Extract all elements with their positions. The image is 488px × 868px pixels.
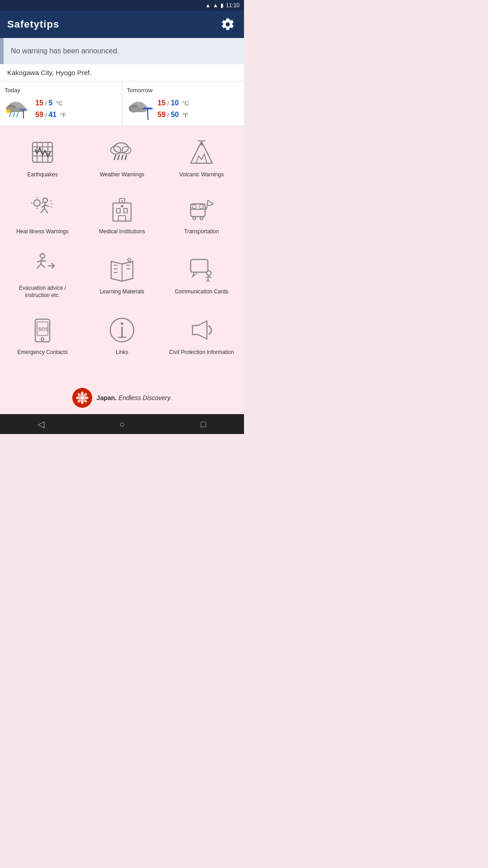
weather-today: Today xyxy=(0,81,122,126)
communication-label: Communication Cards xyxy=(175,288,229,296)
civil-protection-label: Civil Protection Information xyxy=(169,349,234,356)
tomorrow-label: Tomorrow xyxy=(127,87,240,94)
svg-point-33 xyxy=(34,200,40,206)
svg-line-29 xyxy=(122,155,123,160)
today-label: Today xyxy=(5,87,117,94)
back-icon: ◁ xyxy=(38,419,44,429)
japan-logo xyxy=(72,388,92,408)
svg-rect-15 xyxy=(131,108,144,112)
battery-icon: ▮ xyxy=(221,2,224,9)
app-logo: Safetytips xyxy=(7,19,59,30)
links-label: Links xyxy=(116,349,128,356)
svg-line-67 xyxy=(42,260,46,261)
grid-item-learning[interactable]: Learning Materials xyxy=(84,244,160,304)
today-unit-c: °C xyxy=(54,99,62,108)
today-weather-icon xyxy=(5,98,32,120)
today-temps: 15 / 5 °C 59 / 41 °F xyxy=(35,97,66,120)
weather-warnings-label: Weather Warnings xyxy=(100,171,145,179)
svg-line-28 xyxy=(118,155,119,160)
evacuation-icon xyxy=(28,251,57,280)
today-high-c: 15 xyxy=(35,97,43,109)
svg-point-25 xyxy=(111,146,121,154)
today-content: 15 / 5 °C 59 / 41 °F xyxy=(5,97,117,120)
svg-line-4 xyxy=(9,113,11,117)
learning-label: Learning Materials xyxy=(100,288,145,296)
svg-point-38 xyxy=(43,198,47,203)
grid-item-communication[interactable]: Communication Cards xyxy=(164,244,239,304)
svg-rect-57 xyxy=(192,205,196,208)
today-low-c: 5 xyxy=(48,97,52,109)
location-name: Kakogawa City, Hyogo Pref. xyxy=(7,69,91,76)
grid-item-emergency[interactable]: SOS Emergency Contacts xyxy=(5,308,80,362)
footer-tagline-text: Endless Discovery. xyxy=(118,394,172,401)
footer-tagline: Japan. Endless Discovery. xyxy=(97,394,172,401)
grid-item-transportation[interactable]: Transportation xyxy=(164,188,239,241)
warning-text: No warning has been announced. xyxy=(11,47,119,55)
evacuation-label: Evacuation advice / instruction etc. xyxy=(8,285,77,299)
earthquakes-icon xyxy=(28,138,57,167)
svg-rect-58 xyxy=(200,205,203,208)
svg-point-81 xyxy=(41,338,44,340)
status-bar: ▲ ▲ ▮ 11:10 xyxy=(0,0,244,11)
tomorrow-low-f: 50 xyxy=(171,109,179,121)
grid-item-weather-warnings[interactable]: Weather Warnings xyxy=(84,131,160,184)
svg-line-40 xyxy=(41,208,44,213)
svg-rect-48 xyxy=(117,208,120,213)
svg-line-74 xyxy=(208,275,209,280)
tomorrow-unit-f: °F xyxy=(181,111,188,120)
tomorrow-low-c: 10 xyxy=(171,97,179,109)
transportation-label: Transportation xyxy=(184,228,219,236)
today-high-f: 59 xyxy=(35,109,43,121)
main-grid-section: Earthquakes Weather Warnings xyxy=(0,126,244,382)
svg-line-11 xyxy=(5,108,5,109)
recents-button[interactable]: □ xyxy=(190,414,217,434)
communication-icon xyxy=(187,255,216,284)
svg-rect-49 xyxy=(124,208,127,213)
medical-label: Medical Institutions xyxy=(99,228,145,236)
svg-line-5 xyxy=(13,113,14,117)
svg-rect-50 xyxy=(118,216,126,221)
svg-point-8 xyxy=(6,109,10,113)
footer-logo-section: Japan. Endless Discovery. xyxy=(0,382,244,414)
today-icon xyxy=(5,98,32,120)
svg-point-91 xyxy=(76,396,80,399)
svg-point-90 xyxy=(81,400,84,404)
grid-item-heat-illness[interactable]: Heat illness Warnings xyxy=(5,188,80,241)
svg-line-30 xyxy=(125,155,127,160)
svg-point-32 xyxy=(200,143,203,146)
svg-point-60 xyxy=(200,217,203,220)
grid-item-evacuation[interactable]: Evacuation advice / instruction etc. xyxy=(5,244,80,304)
settings-button[interactable] xyxy=(219,15,237,33)
tomorrow-high-c: 15 xyxy=(158,97,166,109)
svg-line-76 xyxy=(208,280,210,282)
emergency-icon: SOS xyxy=(28,316,57,344)
main-grid: Earthquakes Weather Warnings xyxy=(5,131,239,361)
emergency-label: Emergency Contacts xyxy=(17,349,67,356)
earthquakes-label: Earthquakes xyxy=(27,171,57,179)
svg-line-10 xyxy=(11,108,11,109)
grid-item-links[interactable]: Links xyxy=(84,308,160,362)
warning-banner: No warning has been announced. xyxy=(0,38,244,64)
footer-brand: Japan. xyxy=(97,394,117,401)
status-icons: ▲ ▲ ▮ 11:10 xyxy=(205,2,239,9)
civil-protection-icon xyxy=(187,316,216,344)
grid-item-civil-protection[interactable]: Civil Protection Information xyxy=(164,308,239,362)
svg-rect-55 xyxy=(191,204,205,217)
svg-line-64 xyxy=(37,264,41,269)
svg-line-61 xyxy=(206,205,208,209)
signal-icon: ▲ xyxy=(213,2,218,9)
svg-line-6 xyxy=(17,113,18,117)
medical-icon xyxy=(108,195,136,224)
grid-item-volcanic-warnings[interactable]: Volcanic Warnings xyxy=(164,131,239,184)
tomorrow-high-f: 59 xyxy=(158,109,166,121)
home-button[interactable]: ○ xyxy=(108,414,136,434)
app-header: Safetytips xyxy=(0,11,244,38)
learning-icon xyxy=(108,255,136,284)
svg-rect-72 xyxy=(191,259,208,272)
volcanic-warnings-icon xyxy=(187,138,216,167)
grid-item-medical[interactable]: Medical Institutions xyxy=(84,188,160,241)
back-button[interactable]: ◁ xyxy=(27,414,54,434)
volcanic-warnings-label: Volcanic Warnings xyxy=(179,171,224,179)
grid-item-earthquakes[interactable]: Earthquakes xyxy=(5,131,80,184)
svg-line-44 xyxy=(50,200,52,202)
